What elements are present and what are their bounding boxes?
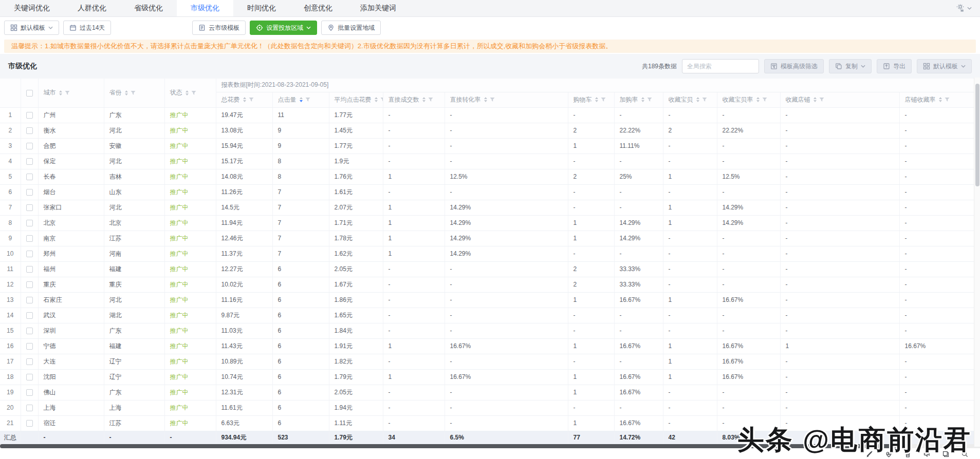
gear-caret-icon[interactable] xyxy=(967,7,972,10)
filter-funnel-icon[interactable] xyxy=(762,97,767,102)
tab-creative[interactable]: 创意优化 xyxy=(290,0,346,16)
filter-funnel-icon[interactable] xyxy=(249,97,254,102)
tab-time[interactable]: 时间优化 xyxy=(233,0,290,16)
filter-funnel-icon[interactable] xyxy=(191,90,196,95)
cell-cart-rate: 14.29% xyxy=(614,215,663,231)
column-header-cart-rate[interactable]: 加购率 xyxy=(614,92,663,107)
filter-funnel-icon[interactable] xyxy=(945,97,950,102)
default-template-button[interactable]: 默认模板 xyxy=(917,59,972,73)
settings-gear-icon[interactable] xyxy=(956,3,965,14)
column-header-shop-fav-rate[interactable]: 店铺收藏率 xyxy=(899,92,974,107)
cell-cart-rate: - xyxy=(614,184,663,200)
tab-city[interactable]: 市级优化 xyxy=(177,0,233,16)
column-header-fav-shops[interactable]: 收藏店铺 xyxy=(780,92,899,107)
default-template-label: 默认模板 xyxy=(933,62,958,71)
row-checkbox[interactable] xyxy=(26,420,33,427)
filter-funnel-icon[interactable] xyxy=(601,97,606,102)
tab-add-keyword[interactable]: 添加关键词 xyxy=(346,0,410,16)
filter-funnel-icon[interactable] xyxy=(647,97,652,102)
column-header-cart[interactable]: 购物车 xyxy=(568,92,614,107)
filter-funnel-icon[interactable] xyxy=(819,97,824,102)
row-checkbox[interactable] xyxy=(26,281,33,288)
copy-button[interactable]: 复制 xyxy=(829,59,872,73)
row-checkbox[interactable] xyxy=(26,266,33,273)
summary-status: - xyxy=(164,431,216,444)
vertical-scrollbar-thumb[interactable] xyxy=(975,84,979,186)
cell-avg-cpc: 1.86元 xyxy=(329,292,383,308)
tab-province[interactable]: 省级优化 xyxy=(120,0,177,16)
column-header-direct-deals[interactable]: 直接成交数 xyxy=(383,92,445,107)
column-header-direct-cvr[interactable]: 直接转化率 xyxy=(445,92,568,107)
cell-avg-cpc: 1.79元 xyxy=(329,369,383,385)
row-checkbox[interactable] xyxy=(26,235,33,242)
advanced-filter-label: 模板高级筛选 xyxy=(781,62,818,71)
column-header-province[interactable]: 省份 xyxy=(104,79,164,107)
cell-avg-cpc: 1.77元 xyxy=(329,107,383,123)
vertical-scrollbar[interactable] xyxy=(974,78,980,447)
cell-fav-item-rate: - xyxy=(717,246,780,261)
row-index: 6 xyxy=(0,184,21,200)
column-header-status[interactable]: 状态 xyxy=(164,79,216,107)
cell-fav-items: - xyxy=(663,385,717,400)
row-checkbox[interactable] xyxy=(26,389,33,396)
row-checkbox[interactable] xyxy=(26,251,33,257)
cloud-template-button[interactable]: 云市级模板 xyxy=(192,21,246,35)
global-search-input[interactable] xyxy=(682,59,759,73)
filter-funnel-icon[interactable] xyxy=(131,90,136,95)
filter-funnel-icon[interactable] xyxy=(65,90,70,95)
advanced-filter-button[interactable]: 模板高级筛选 xyxy=(764,59,824,73)
tab-crowd[interactable]: 人群优化 xyxy=(64,0,120,16)
cell-clicks: 9 xyxy=(272,123,329,138)
column-header-fav-items[interactable]: 收藏宝贝 xyxy=(663,92,717,107)
row-checkbox[interactable] xyxy=(26,189,33,196)
column-header-clicks[interactable]: 点击量 xyxy=(272,92,329,107)
cell-province: 福建 xyxy=(104,261,164,277)
row-checkbox[interactable] xyxy=(26,127,33,134)
cell-province: 安徽 xyxy=(104,138,164,154)
column-header-city[interactable]: 城市 xyxy=(38,79,104,107)
row-checkbox[interactable] xyxy=(26,358,33,365)
row-checkbox[interactable] xyxy=(26,143,33,149)
row-checkbox[interactable] xyxy=(26,112,33,119)
cell-direct-cvr: 14.29% xyxy=(445,200,568,215)
filter-funnel-icon[interactable] xyxy=(305,97,310,102)
cell-direct-deals: - xyxy=(383,354,445,369)
row-index: 10 xyxy=(0,246,21,261)
select-all-checkbox[interactable] xyxy=(26,90,33,97)
column-header-cost[interactable]: 总花费 xyxy=(216,92,272,107)
row-checkbox[interactable] xyxy=(26,343,33,350)
date-range-button[interactable]: 过去14天 xyxy=(63,21,111,35)
set-region-button[interactable]: 设置投放区域 xyxy=(250,21,317,35)
cell-direct-cvr: - xyxy=(445,292,568,308)
row-checkbox[interactable] xyxy=(26,405,33,411)
template-dropdown-button[interactable]: 默认模板 xyxy=(4,21,59,35)
row-checkbox[interactable] xyxy=(26,312,33,319)
filter-funnel-icon[interactable] xyxy=(428,97,433,102)
filter-funnel-icon[interactable] xyxy=(380,97,383,102)
row-checkbox[interactable] xyxy=(26,374,33,380)
cell-cart-rate: 16.67% xyxy=(614,415,663,431)
cell-fav-items: 1 xyxy=(663,292,717,308)
row-checkbox[interactable] xyxy=(26,220,33,226)
cell-shop-fav-rate: - xyxy=(899,246,974,261)
row-checkbox[interactable] xyxy=(26,297,33,303)
filter-funnel-icon[interactable] xyxy=(490,97,495,102)
export-button[interactable]: 导出 xyxy=(877,59,912,73)
column-header-fav-item-rate[interactable]: 收藏宝贝率 xyxy=(717,92,780,107)
calendar-icon xyxy=(69,24,77,31)
batch-region-button[interactable]: 批量设置地域 xyxy=(321,21,381,35)
cell-direct-deals: - xyxy=(383,261,445,277)
cell-cost: 12.46元 xyxy=(216,231,272,246)
cell-fav-shops: - xyxy=(780,369,899,385)
row-checkbox[interactable] xyxy=(26,328,33,334)
row-checkbox[interactable] xyxy=(26,204,33,211)
cell-direct-deals: - xyxy=(383,107,445,123)
cell-avg-cpc: 1.77元 xyxy=(329,138,383,154)
tab-keyword[interactable]: 关键词优化 xyxy=(0,0,64,16)
summary-cart: 77 xyxy=(568,431,614,444)
column-header-avg-cpc[interactable]: 平均点击花费 xyxy=(329,92,383,107)
filter-funnel-icon[interactable] xyxy=(702,97,707,102)
row-checkbox[interactable] xyxy=(26,174,33,180)
cell-clicks: 7 xyxy=(272,215,329,231)
row-checkbox[interactable] xyxy=(26,158,33,165)
